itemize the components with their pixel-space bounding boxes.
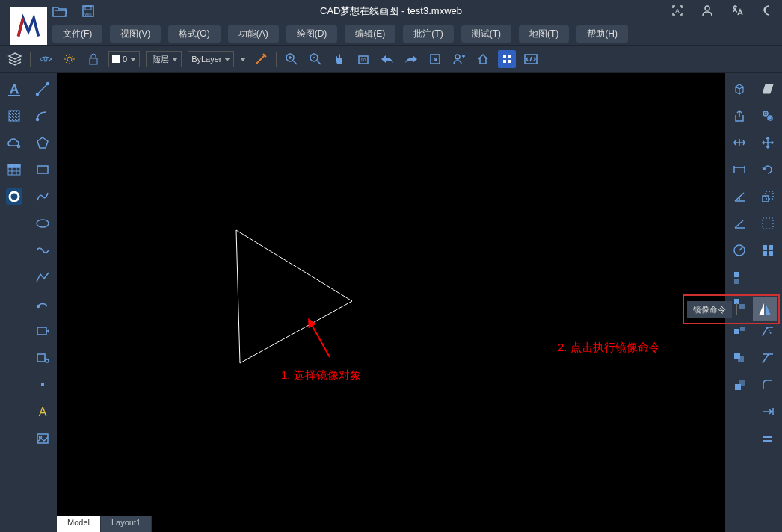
code-icon[interactable] [522,50,540,68]
export-tool-icon[interactable] [731,108,748,124]
user-icon[interactable] [701,4,715,18]
insert-block-tool-icon[interactable] [34,323,51,339]
copy-blocks-tool-icon[interactable] [731,269,748,285]
rectangle-tool-icon[interactable] [34,161,51,178]
sun-icon[interactable] [61,50,78,68]
polyline-tool-icon[interactable] [34,269,51,285]
tab-model[interactable]: Model [57,516,101,532]
equal-tool-icon[interactable] [760,430,776,447]
stack-tool-icon[interactable] [731,350,748,366]
mirror-tooltip-label: 镜像命令 [687,301,732,318]
linestyle-selector[interactable]: 随层 [146,51,182,67]
zoom-in-icon[interactable] [283,50,301,68]
scan-icon[interactable]: A [671,4,685,18]
menu-annotate[interactable]: 批注(T) [403,25,453,43]
svg-rect-53 [739,380,745,386]
layer-selector[interactable]: 0 [108,51,140,67]
lock-icon[interactable] [84,50,102,68]
circle-tool-icon[interactable] [6,188,22,205]
visibility-icon[interactable] [37,50,55,68]
scale-tool-icon[interactable] [760,188,776,205]
menu-help[interactable]: 帮助(H) [576,25,628,43]
mirror-tooltip-highlight: 镜像命令 [683,294,780,324]
polygon-tool-icon[interactable] [34,134,51,151]
bylayer-selector[interactable]: ByLayer [188,51,234,67]
extend-tool-icon[interactable] [760,350,776,366]
rotate-view-icon[interactable]: 90 [354,50,372,68]
svg-point-56 [765,113,766,114]
menu-map[interactable]: 地图(T) [519,25,569,43]
text-tool-icon[interactable]: A [6,81,22,97]
fullscreen-icon[interactable] [426,50,444,68]
angle-tool-icon[interactable] [731,188,748,205]
svg-rect-51 [738,356,744,362]
line-tool-icon[interactable] [34,81,51,97]
pan-icon[interactable] [330,50,348,68]
svg-rect-34 [37,354,45,362]
arrange-tool-icon[interactable] [731,323,748,339]
select-tool-icon[interactable] [760,215,776,232]
menu-test[interactable]: 测试(T) [461,25,511,43]
align-right-tool-icon[interactable] [760,403,776,420]
fillet-tool-icon[interactable] [760,377,776,393]
save-icon[interactable]: web [81,4,96,19]
half-circle-tool-icon[interactable] [34,296,51,312]
ellipse-tool-icon[interactable] [34,215,51,232]
open-icon[interactable] [52,4,67,19]
trim-tool-icon[interactable] [760,323,776,339]
grid-array-tool-icon[interactable] [760,242,776,259]
svg-point-35 [46,359,49,362]
angle2-tool-icon[interactable] [731,215,748,232]
svg-rect-16 [503,60,506,63]
zoom-out-icon[interactable] [307,50,324,68]
svg-point-22 [18,146,20,148]
user-add-icon[interactable] [450,50,468,68]
cloud-tool-icon[interactable] [6,134,22,151]
translate-icon[interactable] [731,4,745,18]
rotate-tool-icon[interactable] [760,161,776,178]
svg-text:A: A [675,7,680,14]
table-tool-icon[interactable] [6,161,22,178]
svg-rect-63 [763,251,767,256]
grid-icon[interactable] [498,50,516,68]
home-icon[interactable] [474,50,492,68]
menu-draw[interactable]: 绘图(D) [286,25,338,43]
dropdown-icon[interactable] [240,58,246,61]
eraser-tool-icon[interactable] [760,81,776,97]
spline-tool-icon[interactable] [34,188,51,205]
point-tool-icon[interactable] [34,377,51,393]
svg-point-13 [455,55,460,59]
menu-view[interactable]: 视图(V) [110,25,161,43]
menu-edit[interactable]: 编辑(E) [345,25,395,43]
svg-point-6 [67,57,72,61]
tab-layout1[interactable]: Layout1 [101,516,152,532]
redo-icon[interactable] [402,50,420,68]
menu-file[interactable]: 文件(F) [52,25,102,43]
undo-icon[interactable] [378,50,396,68]
mirror-command-icon[interactable] [753,297,777,321]
3dbox-tool-icon[interactable] [731,81,748,97]
offset-tool-icon[interactable] [760,108,776,124]
drawing-canvas[interactable]: 1. 选择镜像对象 2. 点击执行镜像命令 Model Layout1 [57,73,725,532]
theme-icon[interactable] [761,4,775,18]
link-block-tool-icon[interactable] [34,350,51,366]
align-horiz-tool-icon[interactable] [731,134,748,151]
hatch-tool-icon[interactable] [6,108,22,124]
svg-point-25 [10,192,19,201]
svg-rect-59 [766,191,773,199]
arc-tool-icon[interactable] [34,108,51,124]
radius-tool-icon[interactable] [731,242,748,259]
svg-text:web: web [84,12,91,16]
menu-format[interactable]: 格式(O) [168,25,220,43]
menu-function[interactable]: 功能(A) [228,25,279,43]
mtext-tool-icon[interactable]: A [34,403,51,420]
pen-icon[interactable] [252,50,270,68]
dim-linear-tool-icon[interactable] [731,161,748,178]
move-tool-icon[interactable] [760,134,776,151]
svg-point-28 [47,83,49,85]
wave-tool-icon[interactable] [34,242,51,259]
image-tool-icon[interactable] [34,430,51,447]
svg-rect-61 [763,245,767,250]
layers-icon[interactable] [6,50,24,68]
bring-front-tool-icon[interactable] [731,377,748,393]
